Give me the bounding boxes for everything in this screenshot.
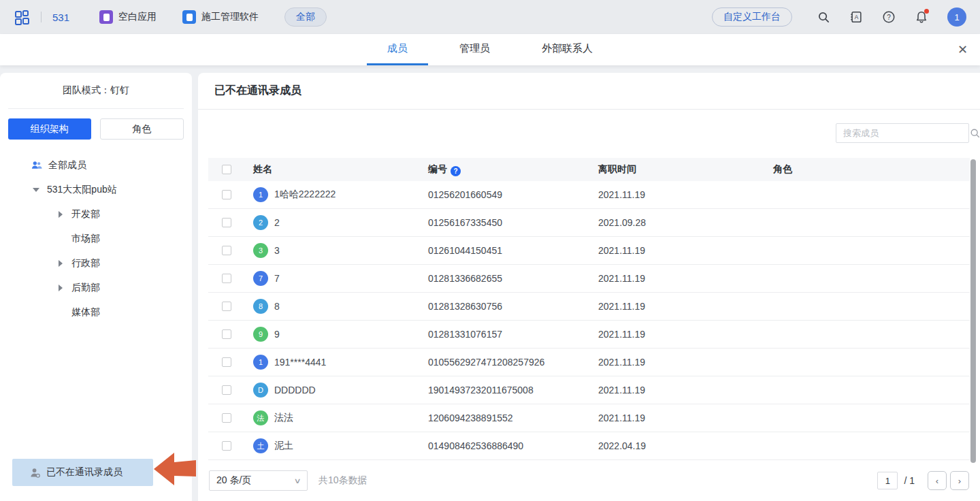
member-id: 01261044150451 bbox=[428, 245, 598, 256]
avatar: 法 bbox=[253, 410, 268, 425]
header-role: 角色 bbox=[773, 163, 970, 176]
tree-item-media-dept[interactable]: 媒体部 bbox=[0, 300, 192, 325]
leave-date: 2021.11.19 bbox=[598, 189, 773, 200]
table-row: 99 01281331076157 2021.11.19 bbox=[208, 321, 970, 349]
tree-item-logistics-dept[interactable]: 后勤部 bbox=[0, 276, 192, 300]
search-row bbox=[198, 110, 980, 158]
row-checkbox[interactable] bbox=[222, 357, 231, 367]
page-total-label: / 1 bbox=[904, 475, 915, 486]
custom-workbench-button[interactable]: 自定义工作台 bbox=[712, 7, 792, 27]
row-checkbox[interactable] bbox=[222, 329, 231, 339]
search-box bbox=[836, 123, 969, 143]
tree-item-marketing-dept[interactable]: 市场部 bbox=[0, 227, 192, 251]
row-checkbox[interactable] bbox=[222, 274, 231, 283]
blank-app-icon bbox=[99, 10, 113, 24]
member-name: 1哈哈2222222 bbox=[274, 189, 336, 201]
tab-admins[interactable]: 管理员 bbox=[439, 34, 510, 65]
filter-all-pill[interactable]: 全部 bbox=[284, 7, 327, 27]
members-table: 姓名 编号? 离职时间 角色 11哈哈2222222 0125620166054… bbox=[208, 158, 970, 460]
leave-date: 2021.11.19 bbox=[598, 301, 773, 312]
app-tab-blank-app[interactable]: 空白应用 bbox=[99, 10, 157, 24]
search-input[interactable] bbox=[836, 124, 970, 142]
table-row: 88 01281328630756 2021.11.19 bbox=[208, 293, 970, 321]
construction-app-icon bbox=[182, 10, 196, 24]
member-id: 0105562927471208257926 bbox=[428, 357, 598, 368]
offboarded-members-item[interactable]: 已不在通讯录成员 bbox=[12, 459, 153, 486]
org-structure-button[interactable]: 组织架构 bbox=[8, 118, 91, 140]
top-bar: 531 空白应用 施工管理软件 全部 自定义工作台 A ? bbox=[0, 0, 980, 34]
avatar: D bbox=[253, 383, 268, 398]
app-tab-construction-software[interactable]: 施工管理软件 bbox=[182, 10, 259, 24]
tab-members[interactable]: 成员 bbox=[367, 34, 428, 65]
avatar: 9 bbox=[253, 327, 268, 342]
next-page-button[interactable]: › bbox=[950, 471, 969, 490]
table-row: 77 01281336682655 2021.11.19 bbox=[208, 265, 970, 293]
svg-text:?: ? bbox=[887, 14, 891, 21]
page-size-select[interactable]: 20 条/页 ∨ bbox=[209, 470, 308, 491]
header-leave-date: 离职时间 bbox=[598, 163, 773, 176]
tree-item-dev-dept[interactable]: 开发部 bbox=[0, 202, 192, 227]
search-icon[interactable] bbox=[970, 128, 980, 139]
person-gear-icon bbox=[30, 468, 40, 478]
bell-icon[interactable] bbox=[914, 10, 929, 25]
row-checkbox[interactable] bbox=[222, 218, 231, 227]
caret-down-icon[interactable] bbox=[31, 188, 41, 192]
sidebar: 团队模式：钉钉 组织架构 角色 全部成员 531大太阳pub站 bbox=[0, 73, 192, 501]
avatar: 1 bbox=[253, 355, 268, 370]
tab-bar: 成员 管理员 外部联系人 ✕ bbox=[0, 34, 980, 65]
avatar: 2 bbox=[253, 215, 268, 230]
leave-date: 2022.04.19 bbox=[598, 440, 773, 451]
avatar: 3 bbox=[253, 243, 268, 258]
caret-right-icon[interactable] bbox=[56, 211, 65, 218]
member-name: 2 bbox=[274, 217, 280, 228]
row-checkbox[interactable] bbox=[222, 441, 231, 451]
avatar: 7 bbox=[253, 271, 268, 286]
table-header: 姓名 编号? 离职时间 角色 bbox=[208, 158, 970, 181]
help-icon[interactable]: ? bbox=[881, 10, 896, 25]
member-name: 8 bbox=[274, 301, 280, 312]
search-icon[interactable] bbox=[816, 10, 831, 25]
page-title: 已不在通讯录成员 bbox=[198, 73, 980, 110]
page-number-input[interactable] bbox=[877, 472, 898, 489]
user-avatar[interactable]: 1 bbox=[947, 7, 966, 27]
help-icon[interactable]: ? bbox=[451, 166, 461, 176]
vertical-scrollbar[interactable] bbox=[970, 159, 976, 463]
org-tree: 全部成员 531大太阳pub站 开发部 市场部 行政部 后勤部 bbox=[0, 144, 192, 325]
tree-item-admin-dept[interactable]: 行政部 bbox=[0, 251, 192, 276]
row-checkbox[interactable] bbox=[222, 385, 231, 395]
member-id: 01281328630756 bbox=[428, 301, 598, 312]
member-id: 01281336682655 bbox=[428, 273, 598, 284]
contacts-icon[interactable]: A bbox=[849, 10, 864, 25]
row-checkbox[interactable] bbox=[222, 413, 231, 423]
tree-item-531-pub-site[interactable]: 531大太阳pub站 bbox=[0, 178, 192, 202]
org-number[interactable]: 531 bbox=[52, 12, 69, 23]
leave-date: 2021.11.19 bbox=[598, 273, 773, 284]
row-checkbox[interactable] bbox=[222, 302, 231, 311]
app-launcher-icon[interactable] bbox=[14, 9, 30, 25]
member-id: 01281331076157 bbox=[428, 329, 598, 340]
close-icon[interactable]: ✕ bbox=[958, 34, 968, 65]
caret-right-icon[interactable] bbox=[56, 285, 65, 291]
tree-item-all-members[interactable]: 全部成员 bbox=[0, 153, 192, 178]
table-row: 1191****4441 0105562927471208257926 2021… bbox=[208, 349, 970, 376]
caret-right-icon[interactable] bbox=[56, 260, 65, 267]
avatar: 土 bbox=[253, 438, 268, 453]
avatar: 1 bbox=[253, 187, 268, 202]
row-checkbox[interactable] bbox=[222, 190, 231, 199]
member-name: 3 bbox=[274, 245, 280, 256]
table-row: DDDDDDD 19014937232011675008 2021.11.19 bbox=[208, 376, 970, 404]
member-name: DDDDDD bbox=[274, 385, 316, 395]
header-id: 编号? bbox=[428, 163, 598, 176]
row-checkbox[interactable] bbox=[222, 246, 231, 255]
chevron-down-icon: ∨ bbox=[293, 476, 301, 485]
notification-dot bbox=[924, 9, 929, 14]
avatar: 8 bbox=[253, 299, 268, 314]
role-button[interactable]: 角色 bbox=[100, 118, 184, 140]
table-row: 11哈哈2222222 01256201660549 2021.11.19 bbox=[208, 181, 970, 209]
member-name: 泥土 bbox=[274, 440, 293, 452]
table-row: 土泥土 014908462536886490 2022.04.19 bbox=[208, 432, 970, 460]
tab-external-contacts[interactable]: 外部联系人 bbox=[521, 34, 613, 65]
prev-page-button[interactable]: ‹ bbox=[928, 471, 947, 490]
select-all-checkbox[interactable] bbox=[222, 165, 231, 174]
people-icon bbox=[31, 160, 42, 171]
